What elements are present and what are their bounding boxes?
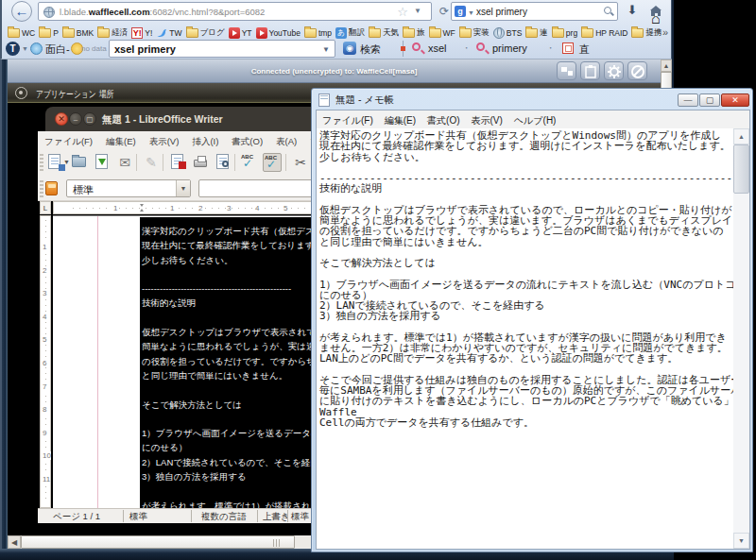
vnc-disconnect-button[interactable] [627,61,647,80]
writer-menu-item[interactable]: 書式(O) [225,131,269,148]
auto-spellcheck-icon[interactable]: ABC✓ [263,153,282,172]
bookmark-item[interactable]: ブログ [186,27,225,39]
notepad-maximize-button[interactable]: ▢ [699,93,720,107]
writer-close-button[interactable]: ✕ [55,112,68,126]
print-preview-icon[interactable] [214,153,232,172]
notepad-menu-item[interactable]: ファイル(F) [317,110,379,127]
addon-t-dropdown-icon[interactable]: ▼ [22,45,28,52]
bookmark-item[interactable]: BTS [493,27,523,39]
paragraph-style-icon[interactable] [45,181,58,195]
bookmark-item[interactable]: YT [229,27,252,39]
edit-file-icon[interactable]: ✎ [142,153,161,172]
notepad-menu-item[interactable]: 書式(O) [421,110,465,127]
bookmark-item[interactable]: Y!Y! [131,27,152,39]
bookmark-item[interactable]: P [39,28,59,38]
combo-dropdown-icon[interactable]: ▼ [176,180,190,196]
back-button[interactable]: ← [11,1,32,22]
writer-minimize-button[interactable]: – [69,112,82,126]
kensaku-search-icon[interactable]: ◉ [343,42,356,55]
xsel-quick-search[interactable]: xsel [428,42,447,54]
search-input[interactable]: xsel primery [476,7,527,17]
bookmark-item[interactable]: BMK [62,28,94,38]
gnome-applications-menu[interactable]: アプリケーション [36,88,96,101]
spellcheck-icon[interactable]: ABC✓ [240,153,259,172]
search-engine-icon[interactable]: g [455,6,466,17]
bookmark-item[interactable]: 提携 [631,27,662,39]
writer-menu-item[interactable]: 編集(E) [99,131,143,148]
save-icon[interactable] [93,153,112,172]
naoshi-button[interactable]: 直 [579,42,590,57]
vertical-ruler[interactable]: 1234567891011 [40,215,51,508]
bookmark-item[interactable]: YouTube [256,27,301,39]
omoshiro-label[interactable]: 面白- [45,42,70,57]
quick-search-input[interactable]: xsel primery ▼ [109,40,335,58]
new-document-icon[interactable]: ▼ [45,153,64,172]
paragraph-style-combo[interactable]: 標準▼ [66,179,191,197]
notepad-scroll-down[interactable]: ▼ [733,533,749,549]
bookmark-item[interactable]: tmp [304,28,332,38]
dropdown-dot-icon[interactable]: ・ [462,42,471,55]
search-icon[interactable] [604,7,611,14]
bookmark-item[interactable]: 実装 [459,27,490,39]
search-engine-dropdown-icon[interactable]: ▼ [468,9,474,16]
notepad-text-area[interactable]: 漢字対応のクリップボード共有（仮想デスクトップとWindows間）のアプリを作成… [317,128,733,549]
smiley-icon[interactable] [30,42,43,55]
horizontal-scroll-thumb[interactable] [21,535,295,549]
statusbar-field[interactable]: 上書き [263,511,290,523]
cut-icon[interactable]: ✂ [291,153,310,172]
email-icon[interactable]: ✉ [115,153,134,172]
notepad-menu-item[interactable]: 編集(E) [379,110,421,127]
reload-icon[interactable]: ⟳ [439,5,449,18]
notepad-close-button[interactable]: ✕ [721,93,749,107]
quick-search-value[interactable]: xsel primery [114,43,176,55]
bookmark-item[interactable]: WC [8,28,35,38]
bookmark-item[interactable]: 天気 [369,27,399,39]
search-bar[interactable]: g ▼ xsel primery [451,2,618,21]
bookmark-star-icon[interactable]: ☆ [397,5,408,19]
export-pdf-icon[interactable] [168,153,187,172]
vnc-settings-button[interactable] [604,61,624,80]
bookmarks-overflow-chevron[interactable]: » [662,26,668,38]
quick-search-dropdown-icon[interactable]: ▼ [322,45,330,54]
url-dropdown-icon[interactable]: ▼ [414,7,421,15]
notepad-minimize-button[interactable]: — [678,93,698,107]
writer-maximize-button[interactable]: ▢ [83,112,96,126]
open-icon[interactable] [70,153,89,172]
gnome-places-menu[interactable]: 場所 [99,88,114,101]
statusbar-field[interactable]: 標準 [291,511,309,523]
bookmark-item[interactable]: prg [552,28,577,38]
primery-search-icon[interactable] [476,42,485,51]
statusbar-field[interactable]: ページ 1 / 1 [53,511,100,523]
writer-menu-item[interactable]: 表示(V) [143,131,186,148]
print-icon[interactable] [191,153,210,172]
writer-menu-item[interactable]: ファイル(F) [38,131,99,148]
notepad-scrollbar[interactable]: ▲ ▼ [733,128,749,549]
scroll-up-arrow[interactable]: ▲ [661,59,672,72]
bookmark-item[interactable]: 連 [525,27,548,39]
naoshi-icon[interactable] [562,42,574,54]
downloads-button[interactable]: ⬇ [624,3,641,20]
bookmark-item[interactable]: WF [429,28,455,38]
writer-menu-item[interactable]: 挿入(I) [185,131,225,148]
bookmark-item[interactable]: 旅 [403,27,425,39]
writer-menu-item[interactable]: 表(A) [269,131,303,148]
xsel-search-icon[interactable] [412,42,421,51]
bookmark-item[interactable]: あ翻訳 [335,27,365,39]
url-bar[interactable]: l.blade.wafflecell.com:6082/vnc.html?8&p… [38,2,432,21]
indent-marker[interactable] [139,204,146,213]
bookmark-item[interactable]: TW [156,27,181,39]
kensaku-button[interactable]: 検索 [360,42,381,57]
scroll-left-arrow[interactable]: ◀ [8,535,21,549]
statusbar-field[interactable]: 標準 [129,511,147,523]
statusbar-field[interactable]: 複数の言語 [201,511,247,523]
ruler-tab-selector[interactable]: L [40,201,51,214]
primery-quick-search[interactable]: primery [492,42,527,54]
vnc-drag-button[interactable] [557,61,576,80]
vnc-clipboard-button[interactable] [580,61,600,80]
bookmark-item[interactable]: HP RAID [581,28,627,38]
addon-t-button[interactable]: T [6,42,20,56]
notepad-menu-item[interactable]: 表示(V) [466,110,508,127]
notepad-menu-item[interactable]: ヘルプ(H) [508,110,562,127]
bookmark-item[interactable]: 経済 [97,27,128,39]
home-button[interactable]: ⌂ [651,10,661,16]
